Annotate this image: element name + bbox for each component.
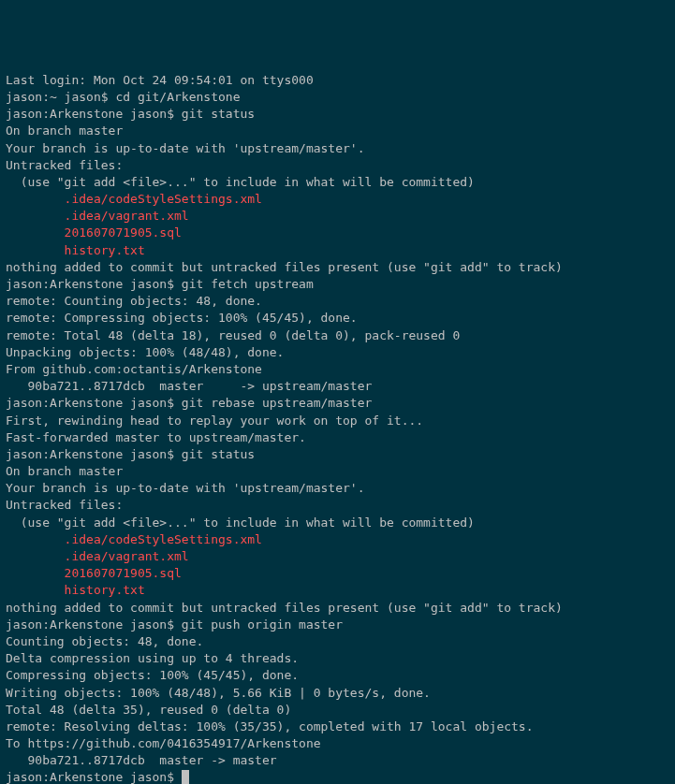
terminal-line: nothing added to commit but untracked fi… — [6, 600, 669, 617]
terminal-line: remote: Counting objects: 48, done. — [6, 293, 669, 310]
terminal-line: To https://github.com/0416354917/Arkenst… — [6, 735, 669, 752]
terminal-line: jason:Arkenstone jason$ git rebase upstr… — [6, 395, 669, 412]
terminal-output[interactable]: Last login: Mon Oct 24 09:54:01 on ttys0… — [6, 72, 669, 784]
terminal-line: Unpacking objects: 100% (48/48), done. — [6, 344, 669, 361]
terminal-line: (use "git add <file>..." to include in w… — [6, 515, 669, 531]
terminal-line: history.txt — [6, 582, 669, 599]
terminal-line: .idea/vagrant.xml — [6, 208, 669, 225]
terminal-line: Untracked files: — [6, 157, 669, 174]
terminal-line: Your branch is up-to-date with 'upstream… — [6, 140, 669, 157]
terminal-line: remote: Compressing objects: 100% (45/45… — [6, 310, 669, 327]
terminal-line: From github.com:octantis/Arkenstone — [6, 361, 669, 378]
terminal-line: Compressing objects: 100% (45/45), done. — [6, 667, 669, 684]
terminal-line: .idea/codeStyleSettings.xml — [6, 531, 669, 548]
terminal-line: 201607071905.sql — [6, 225, 669, 241]
terminal-line: On branch master — [6, 123, 669, 139]
terminal-line: jason:Arkenstone jason$ git status — [6, 446, 669, 463]
terminal-line: Fast-forwarded master to upstream/master… — [6, 429, 669, 446]
terminal-line: Untracked files: — [6, 497, 669, 514]
terminal-line: jason:~ jason$ cd git/Arkenstone — [6, 89, 669, 106]
terminal-line: Writing objects: 100% (48/48), 5.66 KiB … — [6, 685, 669, 702]
terminal-line: jason:Arkenstone jason$ — [6, 769, 669, 784]
terminal-line: 90ba721..8717dcb master -> upstream/mast… — [6, 378, 669, 395]
terminal-line: jason:Arkenstone jason$ git status — [6, 106, 669, 123]
terminal-line: Last login: Mon Oct 24 09:54:01 on ttys0… — [6, 72, 669, 89]
terminal-line: .idea/vagrant.xml — [6, 548, 669, 565]
terminal-line: .idea/codeStyleSettings.xml — [6, 191, 669, 208]
terminal-line: 201607071905.sql — [6, 565, 669, 582]
terminal-line: Total 48 (delta 35), reused 0 (delta 0) — [6, 702, 669, 719]
terminal-line: Counting objects: 48, done. — [6, 633, 669, 650]
terminal-line: history.txt — [6, 242, 669, 259]
terminal-line: (use "git add <file>..." to include in w… — [6, 174, 669, 191]
terminal-line: Delta compression using up to 4 threads. — [6, 650, 669, 667]
terminal-line: Your branch is up-to-date with 'upstream… — [6, 480, 669, 497]
terminal-line: remote: Resolving deltas: 100% (35/35), … — [6, 719, 669, 735]
terminal-line: 90ba721..8717dcb master -> master — [6, 752, 669, 769]
cursor — [182, 770, 189, 784]
terminal-line: remote: Total 48 (delta 18), reused 0 (d… — [6, 327, 669, 344]
terminal-line: First, rewinding head to replay your wor… — [6, 413, 669, 429]
terminal-line: On branch master — [6, 463, 669, 480]
terminal-line: jason:Arkenstone jason$ git push origin … — [6, 617, 669, 633]
terminal-line: jason:Arkenstone jason$ git fetch upstre… — [6, 276, 669, 293]
terminal-line: nothing added to commit but untracked fi… — [6, 259, 669, 276]
